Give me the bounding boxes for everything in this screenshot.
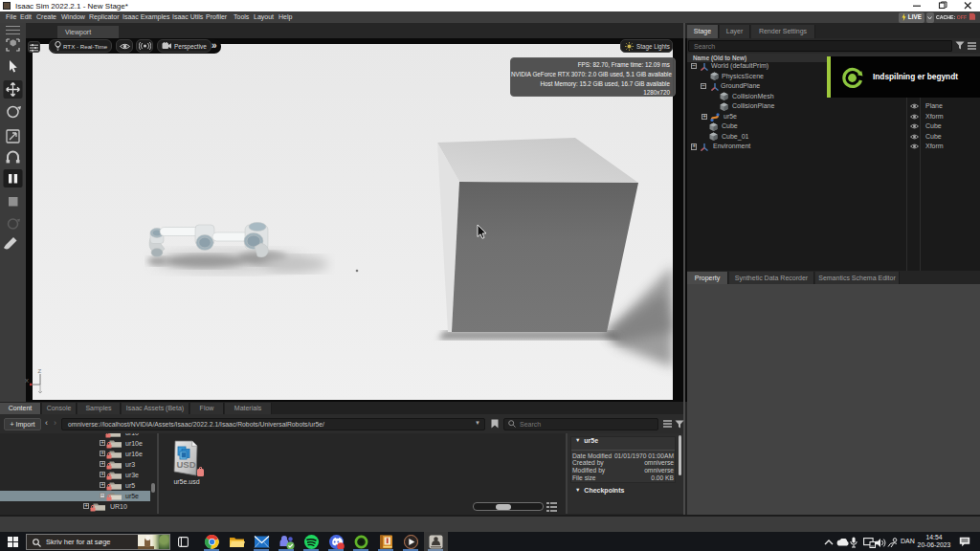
- svg-text:Z: Z: [38, 368, 42, 374]
- svg-text:X: X: [25, 378, 29, 384]
- svg-text:USD: USD: [177, 459, 196, 470]
